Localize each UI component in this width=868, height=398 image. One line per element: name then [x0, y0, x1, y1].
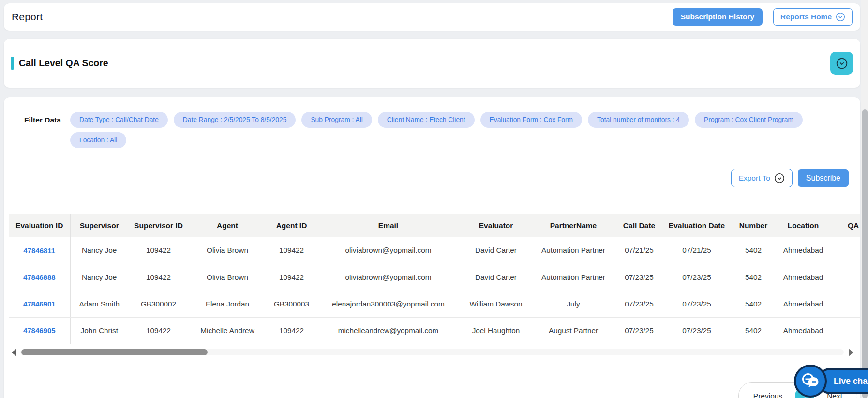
table-cell: 07/21/25: [614, 237, 664, 264]
table-cell: Ahmedabad: [777, 291, 829, 317]
table-cell: oliviabrown@yopmail.com: [317, 264, 460, 291]
table-cell: Ahmedabad: [777, 264, 829, 291]
table-cell: Nancy Joe: [70, 264, 128, 291]
filter-chip[interactable]: Program : Cox Client Program: [695, 112, 803, 128]
export-to-button[interactable]: Export To: [731, 169, 793, 187]
filter-chip[interactable]: Evaluation Form : Cox Form: [480, 112, 583, 128]
table-cell: July: [532, 291, 614, 317]
filter-chip[interactable]: Client Name : Etech Client: [378, 112, 475, 128]
column-header[interactable]: PartnerName: [532, 214, 614, 237]
table-cell: Michelle Andrew: [189, 317, 266, 344]
table-cell: 07/23/25: [614, 264, 664, 291]
filter-chip[interactable]: Sub Program : All: [301, 112, 372, 128]
table-cell: Olivia Brown: [189, 264, 266, 291]
vertical-scroll-thumb[interactable]: [862, 109, 868, 398]
table-cell: 07/23/25: [664, 317, 730, 344]
table-cell: michelleandrew@yopmail.com: [317, 317, 460, 344]
column-header[interactable]: Supervisor: [70, 214, 128, 237]
chevron-down-icon: [836, 12, 845, 22]
table-cell: Joel Haughton: [460, 317, 532, 344]
table-cell: Automation Partner: [532, 237, 614, 264]
table-row: 47846811Nancy Joe109422Olivia Brown10942…: [9, 237, 860, 264]
table-cell: David Carter: [460, 237, 532, 264]
horizontal-scroll-thumb[interactable]: [21, 349, 208, 355]
table-cell: 07/23/25: [664, 264, 730, 291]
table-cell: 109422: [128, 264, 189, 291]
table-cell: Ahmedabad: [777, 317, 829, 344]
filter-data-label: Filter Data: [24, 112, 70, 148]
table-cell: GB300002: [128, 291, 189, 317]
evaluation-id-link[interactable]: 47846901: [9, 291, 70, 317]
table-cell: Nancy Joe: [70, 237, 128, 264]
column-header[interactable]: Call Date: [614, 214, 664, 237]
column-header[interactable]: Agent ID: [266, 214, 317, 237]
table-cell: [829, 291, 860, 317]
scroll-left-arrow-icon[interactable]: [12, 349, 16, 356]
column-header[interactable]: QA Score: [829, 214, 860, 237]
filter-chip[interactable]: Date Range : 2/5/2025 To 8/5/2025: [174, 112, 296, 128]
column-header[interactable]: Agent: [189, 214, 266, 237]
filter-section: Filter Data Date Type : Call/Chat DateDa…: [4, 112, 860, 148]
column-header[interactable]: Evaluator: [460, 214, 532, 237]
evaluation-id-link[interactable]: 47846811: [9, 237, 70, 264]
table-cell: Olivia Brown: [189, 237, 266, 264]
reports-home-button[interactable]: Reports Home: [773, 8, 853, 26]
column-header[interactable]: Supervisor ID: [128, 214, 189, 237]
subscription-history-button[interactable]: Subscription History: [673, 8, 763, 26]
table-cell: John Christ: [70, 317, 128, 344]
table-cell: 109422: [266, 264, 317, 291]
table-cell: elenajordan300003@yopmail.com: [317, 291, 460, 317]
horizontal-scroll-track[interactable]: [20, 349, 844, 355]
evaluation-id-link[interactable]: 47846888: [9, 264, 70, 291]
table-cell: 109422: [266, 237, 317, 264]
table-cell: Elena Jordan: [189, 291, 266, 317]
table-cell: 07/21/25: [664, 237, 730, 264]
filter-chip[interactable]: Total number of monitors : 4: [588, 112, 689, 128]
column-header[interactable]: Number: [730, 214, 777, 237]
table-cell: Ahmedabad: [777, 237, 829, 264]
table-cell: David Carter: [460, 264, 532, 291]
table-cell: 109422: [266, 317, 317, 344]
table-cell: GB300003: [266, 291, 317, 317]
horizontal-scrollbar: [12, 349, 853, 356]
column-header[interactable]: Evaluation Date: [664, 214, 730, 237]
table-cell: 5402: [730, 317, 777, 344]
chat-bubble-icon: [794, 365, 827, 398]
table-cell: [829, 237, 860, 264]
export-to-label: Export To: [739, 174, 770, 183]
table-cell: 109422: [128, 237, 189, 264]
report-table: Evaluation IDSupervisorSupervisor IDAgen…: [9, 214, 860, 344]
chevron-down-icon: [774, 173, 785, 184]
chevron-down-circle-icon: [836, 57, 848, 70]
filter-chip[interactable]: Date Type : Call/Chat Date: [70, 112, 168, 128]
table-cell: Automation Partner: [532, 264, 614, 291]
subscribe-button[interactable]: Subscribe: [798, 169, 849, 187]
filter-chips: Date Type : Call/Chat DateDate Range : 2…: [70, 112, 823, 148]
column-header[interactable]: Email: [317, 214, 460, 237]
table-cell: [829, 317, 860, 344]
subscription-history-label: Subscription History: [681, 13, 754, 21]
table-cell: 07/23/25: [614, 291, 664, 317]
filter-chip[interactable]: Location : All: [70, 132, 126, 148]
table-cell: 5402: [730, 264, 777, 291]
previous-page-button[interactable]: Previous: [750, 391, 785, 398]
page-title: Report: [12, 11, 43, 23]
table-cell: [829, 264, 860, 291]
table-cell: Adam Smith: [70, 291, 128, 317]
section-title: Call Level QA Score: [19, 58, 108, 69]
scroll-right-arrow-icon[interactable]: [849, 349, 853, 356]
table-cell: 07/23/25: [614, 317, 664, 344]
table-cell: oliviabrown@yopmail.com: [317, 237, 460, 264]
evaluation-id-link[interactable]: 47846905: [9, 317, 70, 344]
table-row: 47846888Nancy Joe109422Olivia Brown10942…: [9, 264, 860, 291]
live-chat-widget[interactable]: Live chat: [794, 365, 868, 398]
collapse-section-button[interactable]: [830, 52, 853, 75]
section-header: Call Level QA Score: [4, 39, 860, 88]
table-cell: August Partner: [532, 317, 614, 344]
column-header[interactable]: Evaluation ID: [9, 214, 70, 237]
table-row: 47846901Adam SmithGB300002Elena JordanGB…: [9, 291, 860, 317]
table-row: 47846905John Christ109422Michelle Andrew…: [9, 317, 860, 344]
column-header[interactable]: Location: [777, 214, 829, 237]
vertical-scrollbar[interactable]: [861, 0, 868, 398]
top-bar: Report Subscription History Reports Home: [4, 3, 860, 31]
